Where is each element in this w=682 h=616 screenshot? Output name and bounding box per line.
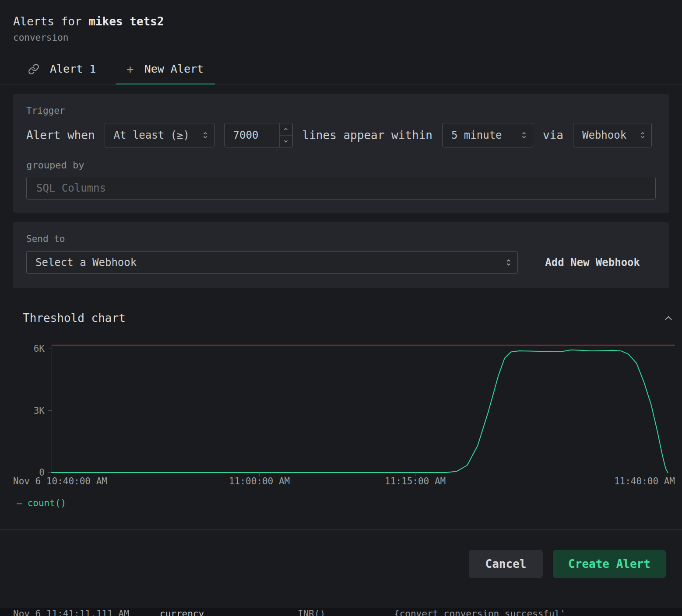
plus-icon: + (127, 62, 134, 76)
select-chevrons-icon (521, 130, 527, 140)
y-axis-label: 3K (13, 405, 45, 416)
trigger-section-label: Trigger (26, 105, 656, 116)
number-spinner (279, 123, 292, 147)
send-to-panel: Send to Select a Webhook Add New Webhook (13, 222, 669, 288)
y-axis-label: 6K (13, 343, 45, 354)
comparator-select[interactable]: At least (≥) (105, 123, 214, 147)
webhook-select[interactable]: Select a Webhook (26, 251, 518, 274)
chart-legend: — count() (17, 498, 676, 508)
page-title: Alerts for mikes tets2 (13, 15, 669, 28)
alert-when-label: Alert when (26, 129, 95, 142)
x-axis-label: 11:40:00 AM (614, 476, 675, 486)
log-timestamp-fragment: Nov 6 11:41:11.111 AM (13, 608, 130, 616)
alert-modal: Alerts for mikes tets2 conversion Alert … (0, 0, 682, 608)
trigger-panel: Trigger Alert when At least (≥) 7000 (13, 94, 669, 213)
threshold-value: 7000 (225, 123, 279, 147)
add-new-webhook-button[interactable]: Add New Webhook (545, 256, 640, 269)
select-chevrons-icon (506, 258, 511, 267)
send-to-section-label: Send to (26, 234, 656, 244)
select-chevrons-icon (640, 130, 645, 140)
x-axis-label: 11:15:00 AM (385, 476, 446, 486)
threshold-chart-section: Threshold chart 03K6K Nov 6 10:40:00 AM1… (13, 312, 676, 508)
background-log-row: Nov 6 11:41:11.111 AM currency INR() {co… (0, 608, 682, 616)
chart-header: Threshold chart (13, 312, 676, 325)
threshold-value-input[interactable]: 7000 (224, 123, 293, 147)
tab-alert-1[interactable]: Alert 1 (22, 55, 107, 84)
select-chevrons-icon (203, 130, 208, 140)
spinner-up-button[interactable] (280, 123, 292, 136)
log-value-fragment: INR() (298, 608, 325, 616)
comparator-value: At least (≥) (114, 129, 190, 141)
link-icon (28, 63, 39, 75)
page-subtitle: conversion (13, 32, 669, 43)
log-message-fragment: {convert conversion successful' (394, 608, 566, 616)
lines-appear-label: lines appear within (302, 129, 432, 142)
group-by-input[interactable] (26, 177, 656, 200)
threshold-chart-svg (52, 345, 675, 472)
chart-x-axis: Nov 6 10:40:00 AM11:00:00 AM11:15:00 AM1… (13, 476, 676, 489)
log-column-fragment: currency (160, 608, 204, 616)
spinner-down-button[interactable] (280, 136, 292, 147)
webhook-select-value: Select a Webhook (35, 256, 137, 269)
tab-new-alert[interactable]: + New Alert (116, 55, 215, 84)
tab-label: New Alert (144, 63, 204, 75)
trigger-row: Alert when At least (≥) 7000 l (26, 123, 656, 147)
interval-value: 5 minute (451, 129, 502, 141)
legend-line-swatch: — (17, 498, 22, 508)
channel-select[interactable]: Webhook (573, 123, 652, 147)
grouped-by-label: grouped by (26, 160, 656, 171)
alert-tabs: Alert 1 + New Alert (0, 55, 682, 84)
create-alert-button[interactable]: Create Alert (553, 550, 666, 578)
x-axis-label: 11:00:00 AM (229, 476, 290, 486)
channel-value: Webhook (582, 129, 626, 141)
threshold-line-chart: 03K6K (13, 341, 676, 472)
via-label: via (543, 129, 563, 142)
legend-series-name: count() (28, 498, 67, 508)
cancel-button[interactable]: Cancel (469, 550, 543, 578)
series-line-count (52, 350, 668, 472)
send-to-row: Select a Webhook Add New Webhook (26, 251, 656, 288)
x-axis-label: Nov 6 10:40:00 AM (13, 476, 107, 486)
interval-select[interactable]: 5 minute (442, 123, 533, 147)
modal-header: Alerts for mikes tets2 conversion (0, 0, 682, 43)
modal-footer: Cancel Create Alert (0, 530, 682, 578)
collapse-chart-icon[interactable] (663, 312, 676, 324)
tab-label: Alert 1 (50, 63, 96, 75)
chart-title: Threshold chart (23, 312, 126, 325)
